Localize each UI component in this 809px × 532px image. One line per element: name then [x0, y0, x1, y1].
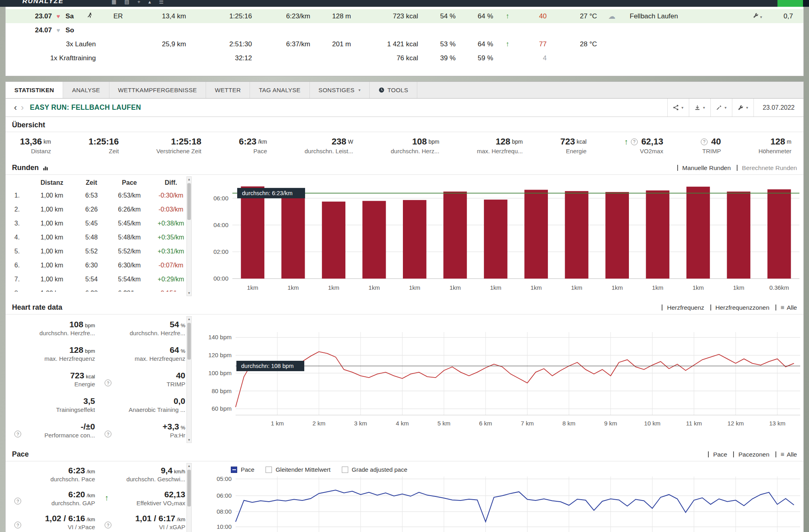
share-button[interactable]: ▾ [667, 99, 689, 117]
scroll-up-icon[interactable]: ▲ [187, 177, 191, 182]
help-icon[interactable]: ? [105, 431, 111, 437]
lap-bar[interactable] [484, 200, 508, 279]
lap-bar[interactable] [403, 200, 426, 279]
activity-tools-button[interactable]: ▾ [745, 12, 770, 20]
scroll-thumb[interactable] [187, 323, 191, 360]
tab-tag-analyse[interactable]: TAG ANALYSE [250, 82, 309, 98]
lap-bar[interactable] [524, 190, 548, 279]
pace-line-chart[interactable]: 05:0006:0008:0010:00 [196, 475, 807, 532]
laps-scrollbar[interactable]: ▲▼ [186, 176, 192, 296]
runalyze-logo[interactable]: RUNALYZE [22, 0, 63, 4]
menu-icon[interactable]: ☰ [159, 0, 164, 5]
svg-text:1 km: 1 km [271, 420, 284, 427]
help-icon[interactable]: ? [14, 498, 21, 504]
scroll-down-icon[interactable]: ▼ [187, 437, 191, 443]
calendar-icon[interactable]: ▦ [111, 0, 116, 5]
trophy-icon[interactable]: ▴ [148, 0, 151, 5]
help-icon[interactable]: ? [105, 522, 111, 528]
section-link[interactable]: Berechnete Runden [742, 164, 797, 172]
scroll-track[interactable] [187, 469, 191, 532]
svg-text:1km: 1km [733, 284, 744, 291]
lap-row[interactable]: 1.1,00 km6:536:53/km-0:30/km [11, 189, 192, 203]
lap-row[interactable]: 8.1,00 km6:386:38/km-0:15/km [11, 287, 192, 292]
lap-row[interactable]: 7.1,00 km5:545:54/km+0:29/km [11, 273, 192, 287]
lap-row[interactable]: 4.1,00 km5:485:48/km+0:35/km [11, 231, 192, 245]
lap-bar[interactable] [363, 201, 386, 279]
section-link[interactable]: ≡Alle [781, 304, 797, 311]
section-link[interactable]: Manuelle Runden [682, 164, 731, 172]
hr-stats-scrollbar[interactable]: ▲▼ [186, 316, 192, 443]
pace-line[interactable] [236, 490, 794, 522]
lap-diff: +0:38/km [150, 217, 192, 231]
scroll-up-icon[interactable]: ▲ [187, 316, 191, 322]
tab-analyse[interactable]: ANALYSE [63, 82, 109, 98]
next-activity-button[interactable]: › [19, 103, 26, 113]
laps-bar-chart[interactable]: 00:0002:0004:0006:001km1km1km1km1km1km1k… [196, 176, 807, 296]
scroll-track[interactable] [187, 182, 191, 291]
stat-value: +3,3 [163, 422, 179, 431]
tab-wetter[interactable]: WETTER [206, 82, 250, 98]
lap-row[interactable]: 3.1,00 km5:455:45/km+0:38/km [11, 217, 192, 231]
help-icon[interactable]: ? [105, 380, 111, 386]
topbar-primary-button[interactable] [777, 0, 803, 7]
scroll-thumb[interactable] [187, 470, 191, 506]
heart-icon[interactable]: ♥ [52, 13, 65, 20]
calendar-row[interactable]: 23.07♥SaER13,4 km1:25:166:23/km128 m723 … [6, 9, 803, 23]
lap-bar[interactable] [605, 192, 629, 279]
calendar-row[interactable]: 3x Laufen25,9 km2:51:306:37/km201 m1 421… [6, 37, 803, 51]
stats-icon[interactable]: ▤ [125, 0, 129, 5]
prev-activity-button[interactable]: ‹ [12, 103, 19, 113]
download-button[interactable]: ▾ [689, 99, 710, 117]
add-icon[interactable]: + [137, 0, 141, 5]
help-icon[interactable]: ? [14, 522, 21, 528]
lap-bar[interactable] [322, 202, 345, 279]
lap-bar[interactable] [686, 187, 710, 279]
lap-bar[interactable] [767, 189, 791, 279]
help-icon[interactable]: ? [14, 431, 21, 437]
help-icon[interactable]: ? [701, 138, 708, 145]
scroll-down-icon[interactable]: ▼ [187, 291, 191, 296]
barchart-icon[interactable] [43, 165, 48, 171]
heart-icon[interactable]: ♥ [52, 27, 65, 34]
wand-button[interactable]: ▾ [710, 99, 732, 117]
hr-line[interactable] [236, 352, 794, 407]
legend-item[interactable]: Grade adjusted pace [342, 466, 407, 473]
chevron-down-icon: ▾ [703, 105, 705, 110]
calendar-row[interactable]: 1x Krafttraining32:1276 kcal39 %59 %4 [6, 51, 803, 65]
laps-chart[interactable]: 00:0002:0004:0006:001km1km1km1km1km1km1k… [196, 176, 798, 296]
calendar-row[interactable]: 24.07♥So [6, 23, 803, 37]
lap-row[interactable]: 6.1,00 km6:306:30/km-0:07/km [11, 259, 192, 273]
stat-value: -/±0 [81, 422, 95, 431]
lap-time: 6:26 [74, 203, 109, 217]
section-link[interactable]: ≡Alle [781, 451, 797, 458]
lap-row[interactable]: 5.1,00 km5:525:52/km+0:31/km [11, 245, 192, 259]
tab-tools[interactable]: TOOLS [370, 82, 417, 98]
lap-bar[interactable] [565, 191, 589, 279]
lap-bar[interactable] [727, 192, 750, 279]
help-icon[interactable]: ? [631, 138, 638, 145]
svg-text:1km: 1km [571, 284, 582, 291]
tab-statistiken[interactable]: STATISTIKEN [6, 82, 63, 98]
scroll-up-icon[interactable]: ▲ [187, 463, 191, 469]
legend-item[interactable]: Pace [231, 466, 254, 473]
scroll-thumb[interactable] [187, 183, 191, 220]
section-link[interactable]: Pace [713, 451, 727, 458]
stat-line: 0,0 [113, 396, 185, 406]
legend-item[interactable]: Gleitender Mittelwert [266, 466, 331, 473]
scroll-track[interactable] [187, 322, 191, 437]
section-link[interactable]: Herzfrequenzzonen [716, 304, 769, 311]
section-link[interactable]: Pacezonen [738, 451, 769, 458]
lap-bar[interactable] [282, 192, 305, 279]
wrench-button[interactable]: ▾ [732, 99, 753, 117]
hr-chart[interactable]: 60 bpm80 bpm100 bpm120 bpm140 bpm1 km2 k… [196, 316, 798, 443]
lap-bar[interactable] [241, 186, 264, 279]
pace-stats-scrollbar[interactable]: ▲▼ [186, 463, 192, 532]
tab-sonstiges[interactable]: SONSTIGES▾ [310, 82, 370, 98]
lap-bar[interactable] [646, 190, 670, 279]
section-link[interactable]: Herzfrequenz [667, 304, 704, 311]
hr-line-chart[interactable]: 60 bpm80 bpm100 bpm120 bpm140 bpm1 km2 k… [196, 316, 807, 436]
tab-wettkampfergebnisse[interactable]: WETTKAMPFERGEBNISSE [109, 82, 206, 98]
lap-row[interactable]: 2.1,00 km6:266:26/km-0:03/km [11, 203, 192, 217]
pace-chart[interactable]: 05:0006:0008:0010:00 [196, 475, 798, 532]
lap-bar[interactable] [443, 192, 467, 279]
